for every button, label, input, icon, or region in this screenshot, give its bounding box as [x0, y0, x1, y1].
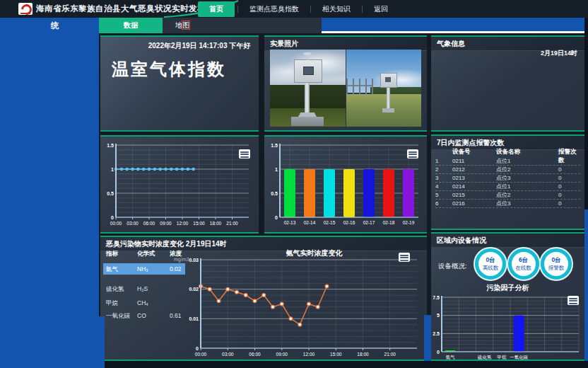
odor-table-rows: 氨气NH₃0.02硫化氢H₂S甲烷CH₄一氧化碳CO0.61: [103, 263, 185, 321]
svg-text:15:00: 15:00: [193, 221, 205, 226]
odor-row-CO[interactable]: 一氧化碳CO0.61: [103, 310, 185, 321]
svg-text:18:00: 18:00: [210, 221, 222, 226]
svg-text:0: 0: [437, 350, 440, 355]
nav-separator: [362, 6, 363, 13]
table-row[interactable]: 30213点位30: [435, 174, 580, 183]
odor-row-CH₄[interactable]: 甲烷CH₄: [103, 297, 185, 309]
photo1-device-screen: [303, 67, 314, 75]
photo2-fence: [346, 79, 373, 94]
devices-panel: 区域内设备情况 设备概况: 0台离线数6台在线数0台报警数 污染因子分析 02.…: [431, 232, 584, 361]
svg-text:0.03: 0.03: [189, 258, 199, 263]
odor-col-indicator: 指标: [106, 250, 137, 258]
svg-text:18:00: 18:00: [357, 352, 369, 357]
svg-text:1: 1: [275, 167, 278, 172]
table-row[interactable]: 50215点位20: [435, 191, 580, 200]
svg-text:1: 1: [111, 167, 114, 172]
bottom-blue-strip: [424, 315, 431, 361]
svg-text:02-19: 02-19: [403, 220, 415, 225]
chart-menu-icon[interactable]: [407, 149, 418, 159]
photo1-device-pole: [305, 81, 310, 115]
device-stat-1: 6台在线数: [508, 248, 539, 280]
right-blue-strip: [584, 209, 588, 361]
svg-text:一氧化碳: 一氧化碳: [510, 355, 529, 360]
svg-text:0: 0: [196, 346, 199, 351]
app-title-overflow: 统: [51, 21, 59, 31]
svg-text:0.01: 0.01: [189, 316, 199, 321]
photo2-device-pole: [387, 86, 390, 109]
tab-bar: 数据地图: [99, 18, 584, 33]
logo-icon: [19, 2, 34, 17]
svg-text:1.5: 1.5: [271, 143, 278, 148]
table-row[interactable]: 60216点位30: [435, 200, 580, 208]
pollution-factor-title: 污染因子分析: [431, 283, 584, 293]
table-row[interactable]: 20212点位20: [435, 166, 580, 174]
devices-panel-title: 区域内设备情况: [431, 234, 584, 248]
odor-unit-label: mg/m3: [174, 257, 189, 262]
nav-item-2[interactable]: 相关知识: [314, 1, 359, 17]
station-photo-1[interactable]: [270, 50, 346, 127]
nav-separator: [237, 6, 238, 13]
svg-text:02-16: 02-16: [343, 220, 355, 225]
ammonia-line-chart: 00.010.020.0300:0003:0006:0009:0012:0015…: [188, 254, 423, 360]
nav-item-1[interactable]: 监测点恶臭指数: [241, 1, 307, 17]
device-stat-0: 0台离线数: [475, 248, 506, 280]
photo2-device-screen: [385, 77, 391, 82]
svg-text:02-14: 02-14: [304, 220, 316, 225]
daily-bar-chart: 00.511.502-1302-1402-1502-1602-1702-1802…: [266, 139, 424, 230]
svg-text:12:00: 12:00: [303, 352, 315, 357]
svg-text:02-18: 02-18: [383, 220, 395, 225]
alarm-table-rows: 10211点位1020212点位2030213点位3040214点位105021…: [435, 157, 580, 208]
svg-text:09:00: 09:00: [160, 221, 172, 226]
devices-overview-label: 设备概况:: [438, 262, 467, 271]
nav-separator: [310, 6, 311, 13]
nav-menu: 首页监测点恶臭指数相关知识返回: [195, 0, 399, 18]
pollution-factor-bar-chart: 02.557.5氨气硫化氢甲烷一氧化碳: [431, 294, 583, 361]
weather-time: 2月19日14时: [541, 49, 577, 58]
table-row[interactable]: 40214点位10: [435, 183, 580, 191]
odor-col-formula: 化学式: [137, 250, 170, 258]
sidebar-blue-notch: [99, 316, 105, 368]
top-navbar: 海南省乐东黎族自治县大气恶臭状况实时发布系 首页监测点恶臭指数相关知识返回: [0, 0, 588, 18]
svg-text:02-15: 02-15: [324, 220, 336, 225]
svg-text:0: 0: [111, 215, 114, 220]
nav-item-0[interactable]: 首页: [198, 1, 235, 17]
odor-panel: 恶臭污染物实时浓度变化 2月19日14时 指标 化学式 浓度 mg/m3 氨气N…: [100, 236, 427, 361]
tab-bar-filler: [322, 18, 584, 33]
station-photo-2[interactable]: [346, 50, 422, 127]
tab-0[interactable]: 数据: [99, 18, 163, 33]
odor-row-H₂S[interactable]: 硫化氢H₂S: [103, 283, 185, 294]
photos-panel: 实景照片: [264, 35, 427, 132]
left-sidebar: 统: [0, 18, 99, 368]
photo1-dome: [303, 52, 312, 55]
nav-item-3[interactable]: 返回: [365, 1, 396, 17]
svg-text:02-13: 02-13: [284, 220, 296, 225]
alarm-panel: 7日内监测点报警次数 设备号设备名称报警次数 10211点位1020212点位2…: [431, 134, 584, 230]
svg-text:15:00: 15:00: [330, 352, 342, 357]
device-stat-2: 0台报警数: [541, 248, 572, 280]
svg-text:09:00: 09:00: [276, 352, 288, 357]
svg-text:0.02: 0.02: [189, 287, 199, 292]
daily-chart-panel: 00.511.502-1302-1402-1502-1602-1702-1802…: [264, 135, 427, 234]
svg-text:硫化氢: 硫化氢: [477, 355, 492, 360]
svg-text:06:00: 06:00: [249, 352, 261, 357]
svg-text:2.5: 2.5: [433, 331, 440, 336]
logo-underline: [20, 13, 30, 14]
chart-menu-icon[interactable]: [239, 149, 250, 159]
weather-panel: 气象信息 2月19日14时: [431, 35, 584, 132]
svg-text:00:00: 00:00: [110, 221, 122, 226]
svg-text:0: 0: [275, 215, 278, 220]
tab-1[interactable]: 地图: [163, 18, 322, 33]
photos-panel-title: 实景照片: [264, 37, 427, 51]
svg-text:21:00: 21:00: [226, 221, 238, 226]
svg-text:03:00: 03:00: [127, 221, 139, 226]
svg-text:02-17: 02-17: [363, 220, 375, 225]
photo1-pedestal: [291, 117, 324, 126]
app-logo: [18, 3, 33, 15]
svg-text:21:00: 21:00: [384, 352, 396, 357]
table-row[interactable]: 10211点位10: [435, 157, 580, 166]
greenhouse-line-chart: 00.511.500:0003:0006:0009:0012:0015:0018…: [102, 139, 256, 230]
photo2-device-base: [382, 108, 394, 113]
svg-text:氨气: 氨气: [446, 355, 456, 360]
greeting-panel: 2022年2月19日 14:17:03 下午好 温室气体指数: [100, 35, 259, 132]
odor-row-NH₃[interactable]: 氨气NH₃0.02: [103, 263, 185, 275]
